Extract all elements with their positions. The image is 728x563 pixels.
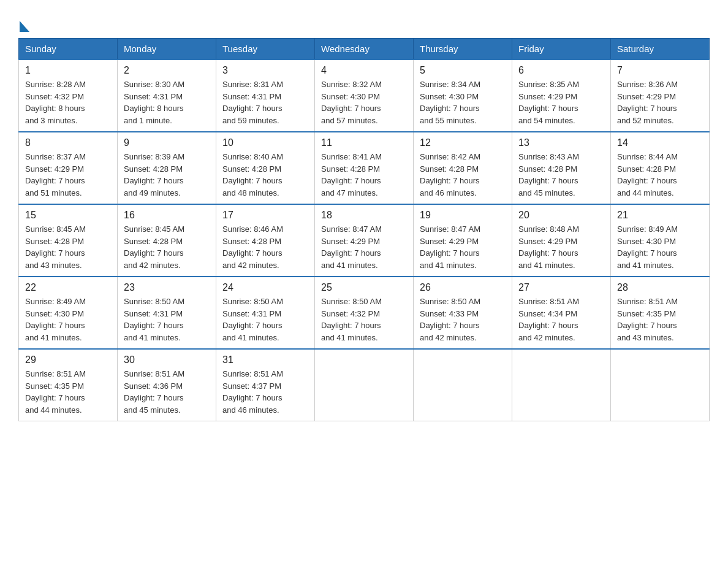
calendar-empty-cell xyxy=(414,349,512,421)
calendar-week-row: 22Sunrise: 8:49 AMSunset: 4:30 PMDayligh… xyxy=(19,277,710,349)
logo xyxy=(18,12,29,32)
day-info: Sunrise: 8:50 AMSunset: 4:33 PMDaylight:… xyxy=(420,296,506,343)
day-number: 23 xyxy=(124,282,210,293)
day-number: 27 xyxy=(518,282,604,293)
day-info: Sunrise: 8:49 AMSunset: 4:30 PMDaylight:… xyxy=(25,296,111,343)
calendar-week-row: 15Sunrise: 8:45 AMSunset: 4:28 PMDayligh… xyxy=(19,204,710,277)
day-number: 13 xyxy=(518,137,604,148)
calendar-day-cell: 19Sunrise: 8:47 AMSunset: 4:29 PMDayligh… xyxy=(414,204,512,277)
day-info: Sunrise: 8:51 AMSunset: 4:35 PMDaylight:… xyxy=(25,368,111,416)
day-number: 1 xyxy=(25,65,111,76)
day-info: Sunrise: 8:48 AMSunset: 4:29 PMDaylight:… xyxy=(518,223,604,271)
calendar-day-cell: 16Sunrise: 8:45 AMSunset: 4:28 PMDayligh… xyxy=(118,204,216,277)
calendar-day-cell: 10Sunrise: 8:40 AMSunset: 4:28 PMDayligh… xyxy=(216,132,315,204)
day-number: 25 xyxy=(321,282,407,293)
day-number: 6 xyxy=(518,65,604,76)
day-number: 15 xyxy=(25,210,111,221)
weekday-header-sunday: Sunday xyxy=(19,39,118,60)
day-info: Sunrise: 8:51 AMSunset: 4:37 PMDaylight:… xyxy=(222,368,308,416)
day-number: 3 xyxy=(222,65,308,76)
calendar-empty-cell xyxy=(315,349,414,421)
calendar-day-cell: 28Sunrise: 8:51 AMSunset: 4:35 PMDayligh… xyxy=(611,277,710,349)
calendar-day-cell: 15Sunrise: 8:45 AMSunset: 4:28 PMDayligh… xyxy=(19,204,118,277)
calendar-day-cell: 11Sunrise: 8:41 AMSunset: 4:28 PMDayligh… xyxy=(315,132,414,204)
day-number: 5 xyxy=(420,65,506,76)
day-number: 28 xyxy=(617,282,703,293)
day-info: Sunrise: 8:51 AMSunset: 4:34 PMDaylight:… xyxy=(518,296,604,343)
day-number: 17 xyxy=(222,210,308,221)
day-number: 10 xyxy=(222,137,308,148)
day-number: 9 xyxy=(124,137,210,148)
day-info: Sunrise: 8:35 AMSunset: 4:29 PMDaylight:… xyxy=(518,79,604,126)
day-number: 11 xyxy=(321,137,407,148)
day-number: 2 xyxy=(124,65,210,76)
day-number: 26 xyxy=(420,282,506,293)
day-info: Sunrise: 8:49 AMSunset: 4:30 PMDaylight:… xyxy=(617,223,703,271)
day-info: Sunrise: 8:45 AMSunset: 4:28 PMDaylight:… xyxy=(124,223,210,271)
calendar-day-cell: 8Sunrise: 8:37 AMSunset: 4:29 PMDaylight… xyxy=(19,132,118,204)
day-info: Sunrise: 8:39 AMSunset: 4:28 PMDaylight:… xyxy=(124,151,210,199)
day-info: Sunrise: 8:36 AMSunset: 4:29 PMDaylight:… xyxy=(617,79,703,126)
calendar-day-cell: 24Sunrise: 8:50 AMSunset: 4:31 PMDayligh… xyxy=(216,277,315,349)
day-info: Sunrise: 8:51 AMSunset: 4:35 PMDaylight:… xyxy=(617,296,703,343)
calendar-week-row: 8Sunrise: 8:37 AMSunset: 4:29 PMDaylight… xyxy=(19,132,710,204)
calendar-day-cell: 1Sunrise: 8:28 AMSunset: 4:32 PMDaylight… xyxy=(19,59,118,132)
day-number: 18 xyxy=(321,210,407,221)
day-info: Sunrise: 8:34 AMSunset: 4:30 PMDaylight:… xyxy=(420,79,506,126)
page-header xyxy=(18,12,710,32)
calendar-day-cell: 9Sunrise: 8:39 AMSunset: 4:28 PMDaylight… xyxy=(118,132,216,204)
calendar-day-cell: 26Sunrise: 8:50 AMSunset: 4:33 PMDayligh… xyxy=(414,277,512,349)
weekday-header-saturday: Saturday xyxy=(611,39,710,60)
calendar-day-cell: 29Sunrise: 8:51 AMSunset: 4:35 PMDayligh… xyxy=(19,349,118,421)
day-info: Sunrise: 8:32 AMSunset: 4:30 PMDaylight:… xyxy=(321,79,407,126)
calendar-day-cell: 31Sunrise: 8:51 AMSunset: 4:37 PMDayligh… xyxy=(216,349,315,421)
calendar-day-cell: 25Sunrise: 8:50 AMSunset: 4:32 PMDayligh… xyxy=(315,277,414,349)
day-info: Sunrise: 8:44 AMSunset: 4:28 PMDaylight:… xyxy=(617,151,703,199)
day-number: 19 xyxy=(420,210,506,221)
calendar-day-cell: 2Sunrise: 8:30 AMSunset: 4:31 PMDaylight… xyxy=(118,59,216,132)
calendar-week-row: 1Sunrise: 8:28 AMSunset: 4:32 PMDaylight… xyxy=(19,59,710,132)
logo-arrow-icon xyxy=(20,21,29,32)
calendar-day-cell: 22Sunrise: 8:49 AMSunset: 4:30 PMDayligh… xyxy=(19,277,118,349)
day-number: 22 xyxy=(25,282,111,293)
day-info: Sunrise: 8:41 AMSunset: 4:28 PMDaylight:… xyxy=(321,151,407,199)
calendar-day-cell: 17Sunrise: 8:46 AMSunset: 4:28 PMDayligh… xyxy=(216,204,315,277)
day-number: 29 xyxy=(25,354,111,366)
day-info: Sunrise: 8:42 AMSunset: 4:28 PMDaylight:… xyxy=(420,151,506,199)
day-info: Sunrise: 8:43 AMSunset: 4:28 PMDaylight:… xyxy=(518,151,604,199)
day-info: Sunrise: 8:31 AMSunset: 4:31 PMDaylight:… xyxy=(222,79,308,126)
calendar-header-row: SundayMondayTuesdayWednesdayThursdayFrid… xyxy=(19,39,710,60)
calendar-week-row: 29Sunrise: 8:51 AMSunset: 4:35 PMDayligh… xyxy=(19,349,710,421)
weekday-header-friday: Friday xyxy=(512,39,611,60)
weekday-header-monday: Monday xyxy=(118,39,216,60)
calendar-day-cell: 27Sunrise: 8:51 AMSunset: 4:34 PMDayligh… xyxy=(512,277,611,349)
calendar-day-cell: 12Sunrise: 8:42 AMSunset: 4:28 PMDayligh… xyxy=(414,132,512,204)
day-info: Sunrise: 8:47 AMSunset: 4:29 PMDaylight:… xyxy=(420,223,506,271)
day-info: Sunrise: 8:50 AMSunset: 4:31 PMDaylight:… xyxy=(222,296,308,343)
calendar-day-cell: 6Sunrise: 8:35 AMSunset: 4:29 PMDaylight… xyxy=(512,59,611,132)
day-number: 21 xyxy=(617,210,703,221)
day-number: 4 xyxy=(321,65,407,76)
calendar-day-cell: 7Sunrise: 8:36 AMSunset: 4:29 PMDaylight… xyxy=(611,59,710,132)
calendar-day-cell: 21Sunrise: 8:49 AMSunset: 4:30 PMDayligh… xyxy=(611,204,710,277)
calendar-day-cell: 20Sunrise: 8:48 AMSunset: 4:29 PMDayligh… xyxy=(512,204,611,277)
day-number: 7 xyxy=(617,65,703,76)
day-info: Sunrise: 8:50 AMSunset: 4:32 PMDaylight:… xyxy=(321,296,407,343)
day-info: Sunrise: 8:37 AMSunset: 4:29 PMDaylight:… xyxy=(25,151,111,199)
day-number: 31 xyxy=(222,354,308,366)
weekday-header-tuesday: Tuesday xyxy=(216,39,315,60)
calendar-day-cell: 23Sunrise: 8:50 AMSunset: 4:31 PMDayligh… xyxy=(118,277,216,349)
day-number: 8 xyxy=(25,137,111,148)
calendar-day-cell: 13Sunrise: 8:43 AMSunset: 4:28 PMDayligh… xyxy=(512,132,611,204)
calendar-day-cell: 3Sunrise: 8:31 AMSunset: 4:31 PMDaylight… xyxy=(216,59,315,132)
day-info: Sunrise: 8:28 AMSunset: 4:32 PMDaylight:… xyxy=(25,79,111,126)
day-number: 16 xyxy=(124,210,210,221)
calendar-empty-cell xyxy=(512,349,611,421)
day-number: 14 xyxy=(617,137,703,148)
day-info: Sunrise: 8:30 AMSunset: 4:31 PMDaylight:… xyxy=(124,79,210,126)
calendar-day-cell: 4Sunrise: 8:32 AMSunset: 4:30 PMDaylight… xyxy=(315,59,414,132)
day-info: Sunrise: 8:40 AMSunset: 4:28 PMDaylight:… xyxy=(222,151,308,199)
calendar-empty-cell xyxy=(611,349,710,421)
day-number: 20 xyxy=(518,210,604,221)
calendar-table: SundayMondayTuesdayWednesdayThursdayFrid… xyxy=(18,38,710,421)
